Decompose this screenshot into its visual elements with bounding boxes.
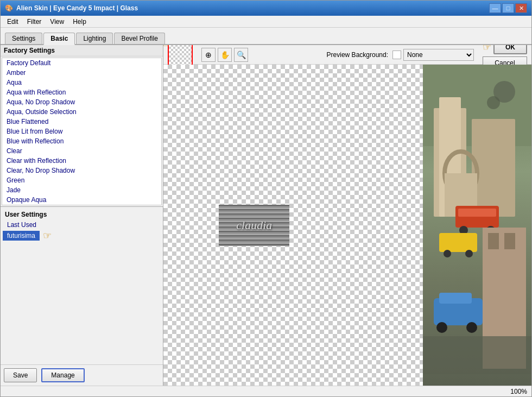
tabs-bar: Settings Basic Lighting Bevel Profile bbox=[1, 28, 531, 45]
svg-point-12 bbox=[465, 250, 473, 257]
maximize-button[interactable]: □ bbox=[502, 3, 514, 13]
presets-list-container[interactable]: Factory Default Amber Aqua Aqua with Ref… bbox=[2, 58, 162, 205]
svg-rect-14 bbox=[439, 293, 472, 304]
preset-factory-default[interactable]: Factory Default bbox=[2, 58, 161, 68]
zoom-button[interactable]: 🔍 bbox=[234, 48, 248, 62]
main-window: 🎨 Alien Skin | Eye Candy 5 Impact | Glas… bbox=[0, 0, 532, 397]
presets-section: Factory Settings Factory Default Amber A… bbox=[1, 45, 163, 207]
toolbar-icons: ⊕ ✋ 🔍 bbox=[201, 48, 248, 62]
user-settings-header: User Settings bbox=[3, 209, 161, 220]
svg-rect-7 bbox=[458, 209, 496, 217]
zoom-in-icon: ⊕ bbox=[205, 51, 212, 59]
user-setting-futurisima-row: futurisima ☞ bbox=[3, 230, 161, 242]
preview-bg-color-swatch bbox=[392, 51, 401, 59]
svg-point-16 bbox=[466, 322, 477, 333]
preview-bg-select[interactable]: None Black White bbox=[403, 49, 474, 61]
zoom-level: 100% bbox=[510, 388, 527, 395]
canvas-content: claudia bbox=[219, 205, 289, 246]
finger-pointer-icon: ☞ bbox=[43, 230, 52, 242]
preset-clear-no-drop[interactable]: Clear, No Drop Shadow bbox=[2, 166, 161, 175]
title-bar: 🎨 Alien Skin | Eye Candy 5 Impact | Glas… bbox=[1, 1, 531, 16]
svg-rect-10 bbox=[439, 233, 477, 252]
tab-settings[interactable]: Settings bbox=[5, 33, 42, 44]
svg-rect-20 bbox=[423, 336, 531, 374]
preset-blue-flattened[interactable]: Blue Flattened bbox=[2, 117, 161, 127]
title-bar-controls: — □ ✕ bbox=[489, 3, 527, 13]
preview-bg-control: None Black White bbox=[392, 49, 474, 61]
magnify-icon: 🔍 bbox=[237, 51, 246, 59]
artwork-svg bbox=[423, 65, 531, 374]
claudia-text: claudia bbox=[236, 218, 272, 232]
content-area: Factory Settings Factory Default Amber A… bbox=[1, 45, 531, 386]
left-panel: Factory Settings Factory Default Amber A… bbox=[1, 45, 163, 386]
status-bar: 100% bbox=[1, 386, 531, 396]
preset-clear-reflection[interactable]: Clear with Reflection bbox=[2, 156, 161, 166]
preset-aqua-reflection[interactable]: Aqua with Reflection bbox=[2, 87, 161, 97]
menu-view[interactable]: View bbox=[46, 17, 68, 26]
preset-aqua[interactable]: Aqua bbox=[2, 78, 161, 87]
zoom-in-button[interactable]: ⊕ bbox=[201, 48, 216, 62]
title-bar-left: 🎨 Alien Skin | Eye Candy 5 Impact | Glas… bbox=[5, 4, 138, 12]
user-settings-section: User Settings Last Used futurisima ☞ bbox=[1, 207, 163, 364]
menu-help[interactable]: Help bbox=[68, 17, 91, 26]
svg-point-22 bbox=[487, 96, 500, 109]
preset-blue-lit[interactable]: Blue Lit from Below bbox=[2, 127, 161, 136]
minimize-button[interactable]: — bbox=[489, 3, 501, 13]
manage-button[interactable]: Manage bbox=[41, 368, 84, 382]
svg-point-15 bbox=[436, 322, 447, 333]
ok-button[interactable]: OK bbox=[493, 45, 527, 54]
preset-blue-reflection[interactable]: Blue with Reflection bbox=[2, 136, 161, 146]
save-button[interactable]: Save bbox=[4, 368, 37, 382]
preset-jade[interactable]: Jade bbox=[2, 185, 161, 195]
menu-bar: Edit Filter View Help bbox=[1, 16, 531, 28]
hand-icon: ✋ bbox=[220, 51, 230, 59]
app-icon: 🎨 bbox=[5, 4, 13, 12]
pan-button[interactable]: ✋ bbox=[218, 48, 232, 62]
menu-filter[interactable]: Filter bbox=[23, 17, 46, 26]
presets-list: Factory Default Amber Aqua Aqua with Ref… bbox=[2, 58, 161, 205]
preset-green[interactable]: Green bbox=[2, 175, 161, 185]
close-button[interactable]: ✕ bbox=[515, 3, 527, 13]
svg-rect-18 bbox=[488, 233, 499, 249]
claudia-image: claudia bbox=[219, 205, 289, 246]
tab-basic[interactable]: Basic bbox=[43, 33, 75, 45]
right-panel: ☞ ⊕ ✋ 🔍 Preview Backgro bbox=[163, 45, 531, 386]
preview-toolbar: ☞ ⊕ ✋ 🔍 Preview Backgro bbox=[163, 45, 531, 65]
preset-clear[interactable]: Clear bbox=[2, 146, 161, 156]
thumbnail-pointer-icon: ☞ bbox=[163, 45, 172, 50]
preset-amber[interactable]: Amber bbox=[2, 68, 161, 78]
canvas-area[interactable]: claudia bbox=[163, 65, 423, 386]
ok-pointer-icon: ☞ bbox=[483, 45, 491, 53]
bottom-buttons: Save Manage bbox=[1, 364, 163, 386]
side-artwork bbox=[423, 65, 531, 386]
preset-opaque-aqua[interactable]: Opaque Aqua bbox=[2, 195, 161, 205]
menu-edit[interactable]: Edit bbox=[3, 17, 23, 26]
tab-bevel-profile[interactable]: Bevel Profile bbox=[114, 33, 164, 44]
preview-bg-label: Preview Background: bbox=[327, 51, 388, 59]
user-setting-last-used[interactable]: Last Used bbox=[3, 220, 161, 230]
preset-aqua-outside[interactable]: Aqua, Outside Selection bbox=[2, 107, 161, 117]
window-title: Alien Skin | Eye Candy 5 Impact | Glass bbox=[16, 4, 138, 12]
preset-aqua-no-drop-shadow[interactable]: Aqua, No Drop Shadow bbox=[2, 97, 161, 107]
ok-row: ☞ OK bbox=[483, 45, 527, 54]
tab-lighting[interactable]: Lighting bbox=[76, 33, 113, 44]
svg-rect-19 bbox=[504, 233, 515, 249]
presets-header: Factory Settings bbox=[1, 45, 163, 56]
user-setting-futurisima[interactable]: futurisima bbox=[3, 231, 40, 241]
svg-point-11 bbox=[444, 250, 451, 257]
preview-area: claudia bbox=[163, 65, 531, 386]
